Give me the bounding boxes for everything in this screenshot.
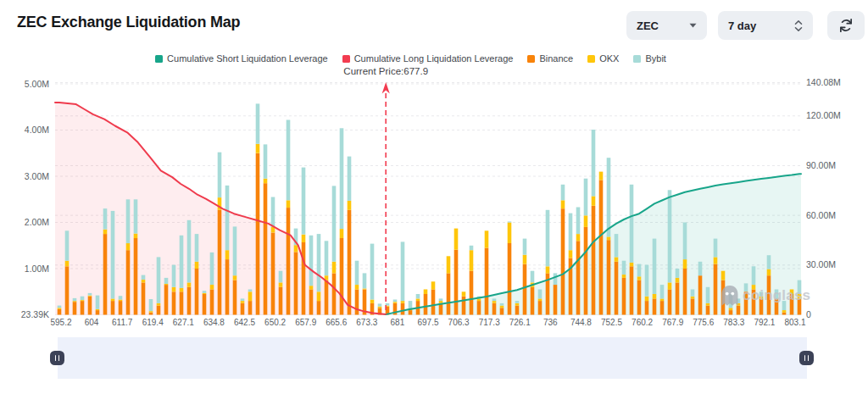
bar-binance [462, 297, 466, 315]
bar-binance [325, 280, 329, 315]
bar-binance [630, 266, 634, 314]
x-axis-tick-label: 681 [391, 318, 405, 327]
bar-okx [416, 298, 420, 301]
bar-binance [554, 285, 558, 314]
right-axis-tick-label: 0 [806, 309, 811, 319]
bar-okx [393, 302, 398, 303]
bar-binance [729, 310, 733, 314]
bar-binance [256, 153, 260, 315]
bar-bybit [676, 269, 680, 278]
bar-bybit [401, 241, 405, 301]
bar-bybit [81, 297, 85, 300]
bar-okx [729, 308, 733, 310]
bar-bybit [332, 186, 337, 261]
bar-bybit [203, 291, 207, 293]
bar-okx [576, 234, 581, 241]
bar-okx [287, 200, 291, 208]
bar-bybit [660, 285, 665, 298]
bar-bybit [515, 301, 520, 303]
x-axis-tick-label: 650.2 [264, 318, 286, 327]
chevron-down-icon [689, 23, 697, 28]
bar-okx [157, 303, 161, 306]
x-axis-tick-label: 717.3 [479, 318, 500, 327]
bar-bybit [546, 210, 550, 266]
bar-binance [492, 303, 497, 315]
bar-binance [111, 301, 115, 314]
watermark: coinglass [720, 285, 810, 307]
bar-okx [676, 278, 680, 283]
bar-bybit [584, 179, 588, 216]
bar-binance [477, 301, 481, 314]
bar-binance [683, 269, 687, 315]
bar-binance [523, 264, 527, 315]
symbol-select-value: ZEC [637, 19, 659, 32]
bar-bybit [355, 261, 359, 285]
bar-okx [172, 287, 176, 291]
datazoom-track[interactable] [58, 337, 807, 379]
x-axis-tick-label: 627.1 [173, 318, 194, 327]
bar-bybit [119, 296, 123, 299]
bar-binance [119, 301, 123, 314]
right-axis-tick-label: 140.08M [806, 77, 841, 87]
bar-bybit [172, 265, 176, 287]
period-select[interactable]: 7 day [718, 11, 813, 40]
left-axis-tick-label: 4.00M [25, 125, 49, 135]
symbol-select[interactable]: ZEC [626, 11, 707, 40]
bar-okx [561, 200, 565, 208]
bar-binance [340, 238, 344, 315]
bar-okx [424, 290, 428, 295]
bar-bybit [531, 271, 535, 283]
bar-okx [714, 257, 718, 264]
bar-okx [782, 310, 787, 313]
bar-binance [233, 280, 237, 315]
datazoom-right-handle[interactable] [799, 351, 814, 365]
right-axis-tick-label: 120.00M [806, 110, 841, 120]
bar-binance [103, 234, 108, 314]
bar-binance [576, 241, 581, 314]
bar-bybit [538, 290, 542, 299]
bar-okx [149, 311, 153, 313]
bar-binance [645, 301, 649, 314]
bar-bybit [393, 300, 398, 302]
refresh-button[interactable] [827, 11, 865, 40]
bar-bybit [470, 246, 474, 250]
bar-bybit [309, 236, 314, 286]
bar-binance [538, 301, 542, 314]
bar-bybit [218, 153, 222, 197]
bar-binance [676, 282, 680, 314]
bar-okx [660, 298, 665, 301]
bar-binance [637, 280, 642, 315]
bar-binance [248, 301, 253, 314]
watermark-text: coinglass [743, 287, 810, 304]
bar-okx [332, 262, 337, 274]
x-axis-tick-label: 744.8 [570, 318, 592, 327]
bar-binance [279, 287, 283, 315]
x-axis-tick-label: 673.3 [356, 318, 377, 327]
bar-okx [294, 245, 298, 252]
bar-binance [187, 287, 192, 315]
bar-bybit [561, 185, 565, 201]
page-title: ZEC Exchange Liquidation Map [17, 14, 240, 31]
bar-bybit [370, 244, 375, 300]
bar-bybit [134, 199, 138, 233]
bar-okx [454, 229, 459, 250]
bar-okx [706, 303, 710, 306]
bar-bybit [706, 287, 710, 303]
bar-bybit [187, 220, 192, 283]
bar-bybit [126, 199, 131, 243]
bar-bybit [164, 278, 169, 284]
bar-bybit [492, 298, 497, 301]
bar-binance [287, 208, 291, 314]
bar-okx [195, 262, 199, 269]
bar-binance [561, 208, 565, 314]
bar-bybit [142, 275, 146, 280]
bar-binance [401, 303, 405, 315]
bar-okx [73, 301, 77, 302]
bar-binance [225, 259, 230, 314]
bar-binance [302, 242, 306, 315]
bar-okx [523, 255, 527, 264]
bar-okx [546, 266, 550, 273]
bar-binance [691, 298, 695, 314]
datazoom-left-handle[interactable] [50, 351, 64, 365]
bar-bybit [668, 190, 672, 282]
